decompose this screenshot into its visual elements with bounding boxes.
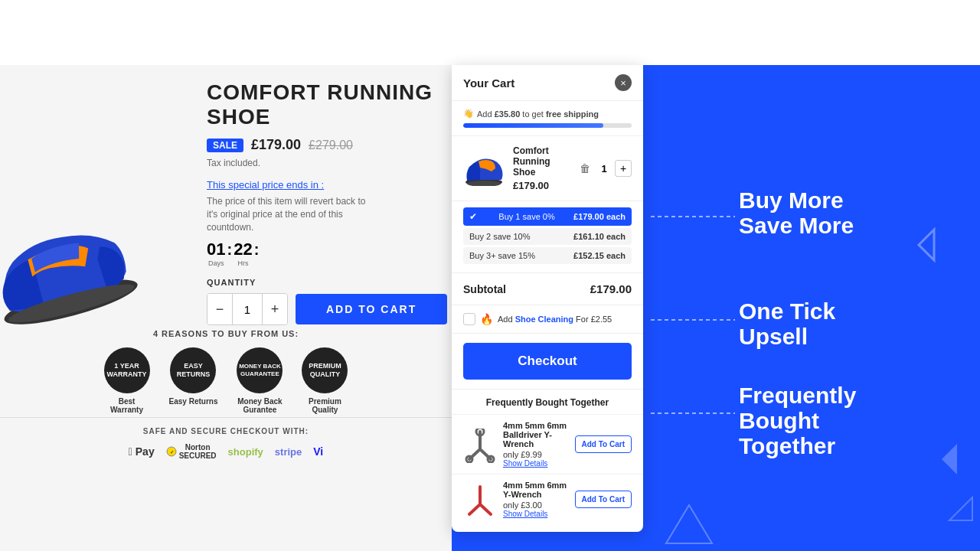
shipping-emoji: 👋 <box>463 109 474 119</box>
buy-more-row-3[interactable]: Buy 3+ save 15% £152.15 each <box>463 247 632 264</box>
subtotal-value: £179.00 <box>590 282 632 295</box>
cart-panel: Your Cart × 👋 Add £35.80 to get free shi… <box>452 65 643 532</box>
buy-more-row-1[interactable]: ✔ Buy 1 save 0% £179.00 each <box>463 207 632 226</box>
countdown-days-label: Days <box>207 259 225 267</box>
cart-qty-value: 1 <box>596 163 612 174</box>
countdown-sep1: : <box>227 241 232 266</box>
norton-icon: ✓ NortonSECURED <box>166 443 217 460</box>
shipping-progress-fill <box>463 123 603 128</box>
sale-badge: SALE <box>207 139 243 152</box>
fbt-item-2-price: only £3.00 <box>503 500 567 510</box>
quantity-label: QUANTITY <box>207 278 452 287</box>
fbt-item-2-add-button[interactable]: Add To Cart <box>575 491 632 508</box>
reason-returns: EASYRETURNS Easy Returns <box>169 347 218 414</box>
buy-more-label-1: Buy 1 save 0% <box>498 212 554 221</box>
reason-warranty: 1 YEARWARRANTY BestWarranty <box>104 347 150 414</box>
countdown-hours: 01 <box>207 240 225 259</box>
svg-marker-11 <box>949 497 972 520</box>
cart-qty-increase-button[interactable]: + <box>615 160 632 177</box>
stripe-icon: stripe <box>275 446 302 458</box>
special-price-text: This special price ends in : <box>207 179 452 191</box>
cart-item-name: Comfort Running Shoe <box>513 145 569 178</box>
price-original: £279.00 <box>309 139 353 152</box>
cart-qty-controls: 🗑 1 + <box>577 160 632 177</box>
svg-marker-6 <box>942 444 957 474</box>
fbt-item-1-image <box>463 429 495 461</box>
fire-icon: 🔥 <box>480 313 493 325</box>
browser-chrome <box>0 0 980 65</box>
shipping-bar-text: 👋 Add £35.80 to get free shipping <box>463 109 632 119</box>
shipping-bold: free shipping <box>546 109 599 119</box>
cart-close-button[interactable]: × <box>615 74 632 91</box>
upsell-link[interactable]: Shoe Cleaning <box>515 315 573 324</box>
fbt-item-1-add-button[interactable]: Add To Cart <box>575 435 632 453</box>
fbt-item-1-details[interactable]: Show Details <box>503 459 567 468</box>
product-content: COMFORT RUNNING SHOE SALE £179.00 £279.0… <box>107 65 452 325</box>
countdown-minutes: 22 <box>234 240 252 259</box>
shipping-amount: £35.80 <box>495 109 521 119</box>
payment-icons:  Pay ✓ NortonSECURED shopify stripe Vi <box>15 443 436 460</box>
fbt-item-2-image <box>463 484 495 516</box>
shopify-icon: shopify <box>228 446 263 458</box>
product-page: COMFORT RUNNING SHOE SALE £179.00 £279.0… <box>0 65 452 551</box>
cart-item-image <box>463 152 505 186</box>
subtotal-row: Subtotal £179.00 <box>452 273 643 305</box>
buy-more-price-1: £179.00 each <box>573 212 626 221</box>
svg-marker-5 <box>919 230 934 260</box>
cart-item-price: £179.00 <box>513 180 569 191</box>
reason-quality: PREMIUMQUALITY PremiumQuality <box>302 347 348 414</box>
fbt-section: Frequently Bought Together 4mm <box>452 389 643 532</box>
fbt-item-1-price: only £9.99 <box>503 450 567 459</box>
buy-more-section: ✔ Buy 1 save 0% £179.00 each Buy 2 save … <box>452 201 643 273</box>
shipping-bar-section: 👋 Add £35.80 to get free shipping <box>452 101 643 136</box>
fbt-item-2: 4mm 5mm 6mm Y-Wrench only £3.00 Show Det… <box>452 474 643 524</box>
price-row: SALE £179.00 £279.00 <box>207 137 452 153</box>
cart-title: Your Cart <box>463 77 514 90</box>
fbt-item-2-name: 4mm 5mm 6mm Y-Wrench <box>503 481 567 499</box>
cart-item: Comfort Running Shoe £179.00 🗑 1 + <box>452 136 643 201</box>
reasons-section: 4 REASONS TO BUY FROM US: 1 YEARWARRANTY… <box>0 318 452 425</box>
revert-text: The price of this item will revert back … <box>207 195 375 233</box>
svg-line-26 <box>480 504 491 514</box>
safe-checkout-section: SAFE AND SECURE CHECKOUT WITH:  Pay ✓ N… <box>0 417 452 469</box>
upsell-text: Add Shoe Cleaning For £2.55 <box>498 315 612 324</box>
safe-checkout-title: SAFE AND SECURE CHECKOUT WITH: <box>15 427 436 435</box>
upsell-price: For £2.55 <box>573 315 612 324</box>
countdown-sep2: : <box>254 241 260 266</box>
svg-line-25 <box>469 504 480 514</box>
checkout-button[interactable]: Checkout <box>463 343 632 380</box>
fbt-item-1-info: 4mm 5mm 6mm Balldriver Y-Wrench only £9.… <box>503 421 567 468</box>
fbt-item-1: 4mm 5mm 6mm Balldriver Y-Wrench only £9.… <box>452 414 643 474</box>
fbt-item-2-details[interactable]: Show Details <box>503 510 567 518</box>
fbt-title: Frequently Bought Together <box>452 390 643 414</box>
upsell-row: 🔥 Add Shoe Cleaning For £2.55 <box>452 305 643 334</box>
apple-pay-icon:  Pay <box>129 445 155 458</box>
countdown-hrs-label: Hrs <box>234 259 252 267</box>
shipping-progress-bar <box>463 123 632 128</box>
buy-more-label-3: Buy 3+ save 15% <box>469 251 535 260</box>
tax-text: Tax included. <box>207 158 452 168</box>
buy-more-price-3: £152.15 each <box>573 251 626 260</box>
reasons-icons: 1 YEARWARRANTY BestWarranty EASYRETURNS … <box>15 347 436 414</box>
visa-icon: Vi <box>313 445 323 458</box>
cart-header: Your Cart × <box>452 65 643 101</box>
checkmark-icon: ✔ <box>469 211 477 222</box>
reasons-title: 4 REASONS TO BUY FROM US: <box>15 329 436 338</box>
fbt-item-1-name: 4mm 5mm 6mm Balldriver Y-Wrench <box>503 421 567 448</box>
fbt-item-2-info: 4mm 5mm 6mm Y-Wrench only £3.00 Show Det… <box>503 481 567 518</box>
cart-item-details: Comfort Running Shoe £179.00 <box>513 145 569 191</box>
buy-more-label-2: Buy 2 save 10% <box>469 232 531 241</box>
cart-delete-button[interactable]: 🗑 <box>577 160 593 177</box>
buy-more-price-2: £161.10 each <box>573 232 626 241</box>
svg-marker-7 <box>666 505 712 543</box>
price-current: £179.00 <box>251 137 301 153</box>
buy-more-row-2[interactable]: Buy 2 save 10% £161.10 each <box>463 228 632 245</box>
subtotal-label: Subtotal <box>463 283 506 295</box>
reason-moneyback: MONEY BACKGUARANTEE Money BackGurantee <box>237 347 283 414</box>
product-title: COMFORT RUNNING SHOE <box>207 80 452 129</box>
upsell-checkbox[interactable] <box>463 313 475 325</box>
svg-text:✓: ✓ <box>169 450 173 455</box>
